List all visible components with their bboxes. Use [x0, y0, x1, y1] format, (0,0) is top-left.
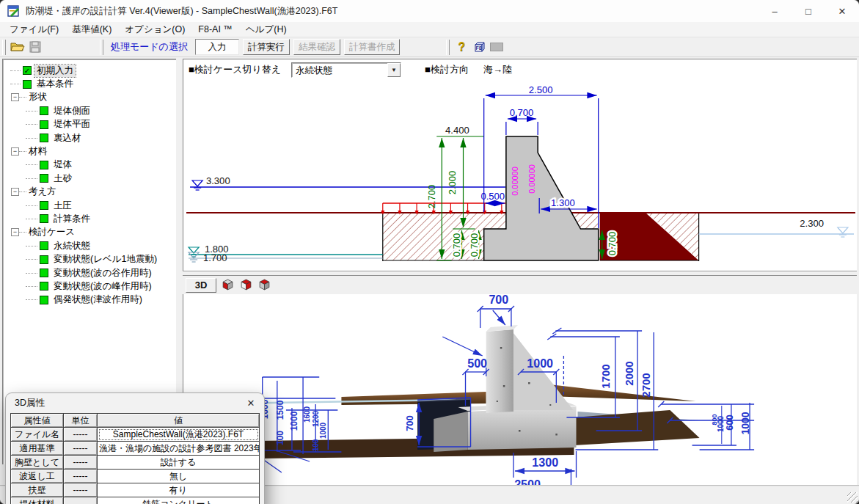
attribute-value-cell[interactable]: 設計する — [98, 456, 260, 470]
dialog-close-icon[interactable]: ✕ — [238, 393, 264, 413]
tree-item[interactable]: 土圧 — [5, 199, 175, 212]
view-cube-red-split-button[interactable] — [238, 278, 253, 293]
tree-item-label: 基本条件 — [34, 78, 76, 90]
disabled-tool-button[interactable] — [488, 39, 505, 55]
tree-item[interactable]: 裏込材 — [5, 131, 175, 145]
tree-item[interactable]: 計算条件 — [5, 212, 175, 225]
direction-label: ■検討方向 — [425, 63, 469, 76]
tree-item[interactable]: 変動状態(レベル1地震動) — [5, 252, 175, 266]
chevron-down-icon[interactable]: ▼ — [387, 63, 401, 77]
attribute-label-cell: 扶壁 — [11, 483, 64, 497]
tree-item[interactable]: 基本条件 — [5, 77, 175, 90]
menu-standard-values[interactable]: 基準値(K) — [65, 22, 118, 37]
cross-section-svg: 2.5000.7004.4003.3000.5001.3002.3001.800… — [183, 81, 857, 270]
dimension-label: 1000 — [319, 422, 327, 439]
tree-item-label: 堤体側面 — [51, 105, 92, 117]
tree-item[interactable]: 堤体 — [5, 158, 175, 172]
tree-item[interactable]: 変動状態(波の峰作用時) — [5, 280, 175, 293]
case-bar: ■検討ケース切り替え 永続状態 ▼ ■検討方向 海→陸 — [183, 59, 857, 81]
dimension-label: 0.700 — [607, 232, 618, 256]
attribute-label-cell: ----- — [64, 442, 98, 456]
view-cube-red-top-button[interactable] — [257, 278, 271, 293]
tree-item[interactable]: −検討ケース — [5, 226, 175, 239]
save-button[interactable] — [26, 39, 44, 55]
menu-help[interactable]: ヘルプ(H) — [239, 22, 293, 37]
close-button[interactable]: ✕ — [825, 0, 859, 22]
status-square-icon — [40, 106, 48, 115]
tree-item-label: 変動状態(波の峰作用時) — [51, 280, 154, 293]
tree-item[interactable]: ✓初期入力 — [5, 64, 175, 77]
expander-icon[interactable]: − — [11, 188, 19, 196]
status-square-icon — [40, 296, 48, 304]
status-square-icon — [40, 174, 48, 183]
minimize-button[interactable]: – — [758, 0, 792, 22]
expander-icon[interactable]: − — [11, 93, 19, 101]
tree-item-label: 堤体 — [51, 158, 74, 171]
app-window: 防潮堤・護岸の設計計算 Ver.4(Viewer版) - SampleChest… — [0, 0, 859, 504]
attribute-value-cell[interactable]: 有り — [98, 483, 260, 497]
dimension-label: 0.700 — [510, 107, 534, 118]
tree-item-label: 偶発状態(津波作用時) — [51, 293, 145, 306]
view3d-svg: 7005001000170020002700160015001000100160… — [183, 294, 857, 486]
tree-item[interactable]: 変動状態(波の谷作用時) — [5, 266, 175, 280]
mode-input-button[interactable]: 入力 — [195, 39, 239, 55]
toolbar-grip — [2, 40, 6, 55]
attribute-value-cell[interactable]: 無し — [98, 470, 260, 483]
toolbar: 処理モードの選択 入力 計算実行 結果確認 計算書作成 ? F8 — [0, 37, 859, 57]
dimension-label: 2.000 — [447, 171, 458, 195]
dimension-label: 600 — [724, 414, 735, 431]
tree-item-label: 材料 — [26, 145, 49, 158]
dialog-title: 3D属性 — [15, 397, 45, 409]
tree-item-label: 形状 — [26, 91, 49, 103]
view3d-toolbar: 3D — [183, 276, 857, 294]
dimension-label: 2.300 — [800, 218, 824, 229]
status-square-icon — [40, 269, 48, 277]
attribute-label-cell: 適用基準 — [11, 442, 64, 456]
resize-grip[interactable] — [847, 492, 858, 503]
open-file-button[interactable] — [9, 39, 26, 55]
footing-front-face — [468, 406, 577, 450]
tree-item-label: 土圧 — [51, 200, 74, 212]
menu-file[interactable]: ファイル(F) — [3, 22, 65, 37]
maximize-button[interactable]: □ — [792, 0, 825, 22]
water-symbol — [192, 180, 202, 190]
attribute-value-cell[interactable]: 鉄筋コンクリート — [98, 497, 260, 504]
expander-icon[interactable]: − — [11, 228, 19, 236]
tree-item[interactable]: −考え方 — [5, 186, 175, 199]
mode-calculate-button[interactable]: 計算実行 — [243, 39, 290, 55]
view3d-button[interactable]: 3D — [186, 278, 216, 293]
case-select-value: 永続状態 — [292, 63, 387, 77]
dimension-label: 2500 — [514, 478, 541, 486]
view-cube-red-left-button[interactable] — [220, 278, 235, 293]
mode-report-button[interactable]: 計算書作成 — [344, 39, 401, 55]
wall-stem-face — [486, 329, 513, 413]
status-square-icon — [40, 161, 48, 169]
case-select[interactable]: 永続状態 ▼ — [291, 62, 401, 78]
table-row: 胸壁として-----設計する — [11, 456, 260, 470]
expander-icon[interactable]: − — [11, 147, 19, 156]
mode-results-button[interactable]: 結果確認 — [293, 39, 340, 55]
tree-item[interactable]: −形状 — [5, 91, 175, 104]
help-button[interactable]: ? — [453, 39, 470, 55]
tree-item[interactable]: 偶発状態(津波作用時) — [5, 293, 175, 307]
dimension-label: 1000 — [527, 357, 553, 370]
dialog-3d-attributes: 3D属性 ✕ 属性値単位値ファイル名-----SampleChestWall(漁… — [6, 393, 264, 504]
attribute-label-cell: ----- — [64, 456, 98, 470]
menu-options[interactable]: オプション(O) — [118, 22, 191, 37]
table-row: ファイル名-----SampleChestWall(漁港2023).F6T — [11, 428, 260, 442]
tree-item[interactable]: 堤体側面 — [5, 104, 175, 117]
status-square-icon — [40, 120, 48, 129]
tree-item[interactable]: −材料 — [5, 145, 175, 158]
attribute-value-cell[interactable]: SampleChestWall(漁港2023).F6T — [98, 428, 260, 442]
tree-item[interactable]: 堤体平面 — [5, 118, 175, 131]
dimension-label: 700 — [489, 294, 508, 306]
f8-home-button[interactable]: F8 — [470, 39, 488, 55]
toolbar-grip — [100, 40, 103, 55]
attribute-value-cell[interactable]: 漁港・漁場の施設の設計参考図書 2023年 — [98, 442, 260, 456]
menu-f8ai[interactable]: F8-AI ™ — [191, 23, 239, 36]
table-row: 適用基準-----漁港・漁場の施設の設計参考図書 2023年 — [11, 442, 260, 456]
tree-item-label: 裏込材 — [51, 132, 84, 145]
tree-item-label: 変動状態(レベル1地震動) — [51, 253, 159, 266]
tree-item[interactable]: 永続状態 — [5, 239, 175, 252]
tree-item[interactable]: 土砂 — [5, 172, 175, 185]
